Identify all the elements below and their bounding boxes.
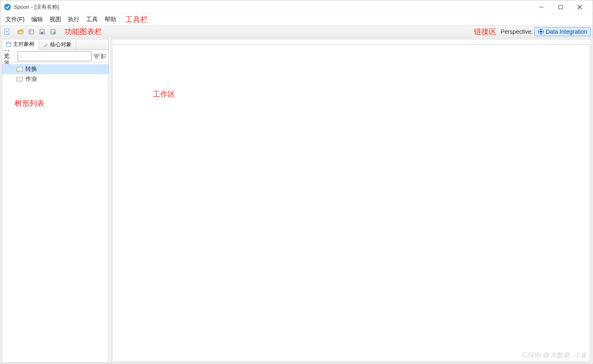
app-icon <box>4 3 11 11</box>
maximize-button[interactable] <box>551 0 570 14</box>
workspace[interactable]: 工作区 CSDN @大数据_小袁 <box>111 39 591 363</box>
menu-run[interactable]: 执行 <box>65 14 83 25</box>
menu-file[interactable]: 文件(F) <box>2 14 28 25</box>
svg-rect-28 <box>101 54 102 55</box>
expand-all-button[interactable] <box>93 52 99 61</box>
window-title: Spoon - [没有名称] <box>14 3 59 11</box>
svg-rect-13 <box>52 30 54 31</box>
menu-view[interactable]: 视图 <box>46 14 65 25</box>
sidebar-tabs: 主对象树 核心对象 <box>2 39 109 50</box>
annotation-menubar: 工具栏 <box>125 15 148 25</box>
tree-item-label: 作业 <box>25 75 37 83</box>
annotation-treelist: 树形列表 <box>15 98 45 108</box>
folder-icon <box>16 76 23 82</box>
app-window: Spoon - [没有名称] 文件(F) 编辑 视图 执行 工具 帮助 工具栏 <box>0 0 593 364</box>
svg-rect-11 <box>41 30 43 31</box>
window-controls <box>532 0 589 14</box>
pencil-icon <box>43 42 48 47</box>
collapse-all-button[interactable] <box>101 52 107 61</box>
explore-button[interactable] <box>26 27 36 37</box>
svg-rect-8 <box>29 30 34 34</box>
annotation-workspace: 工作区 <box>153 89 175 99</box>
sidebar-filter: 浏览器 <box>2 50 109 62</box>
sidebar: 主对象树 核心对象 浏览器 <box>2 39 109 363</box>
watermark: CSDN @大数据_小袁 <box>522 351 587 360</box>
perspective-label: Perspective: <box>501 28 533 35</box>
new-button[interactable] <box>2 27 12 37</box>
svg-rect-22 <box>95 57 97 58</box>
menu-help[interactable]: 帮助 <box>101 14 120 25</box>
svg-point-0 <box>4 4 11 10</box>
perspective-button[interactable]: Data Integration <box>534 27 591 36</box>
annotation-toolbar: 功能图表栏 <box>65 27 102 37</box>
menubar: 文件(F) 编辑 视图 执行 工具 帮助 工具栏 <box>0 14 593 25</box>
tree-item-transformation[interactable]: 转换 <box>2 64 109 74</box>
svg-rect-20 <box>94 54 96 56</box>
svg-rect-29 <box>101 55 102 57</box>
annotation-linkarea: 链接区 <box>474 27 496 37</box>
tree-list: 转换 作业 树形列表 <box>2 62 109 362</box>
filter-input[interactable] <box>17 51 92 61</box>
tab-core-objects-label: 核心对象 <box>50 41 72 48</box>
svg-rect-18 <box>7 42 11 46</box>
perspective-value: Data Integration <box>546 28 587 35</box>
svg-rect-12 <box>41 32 43 34</box>
open-button[interactable] <box>15 27 25 37</box>
tab-main-object-tree[interactable]: 主对象树 <box>2 39 39 50</box>
tab-main-object-tree-label: 主对象树 <box>13 40 35 48</box>
menu-tools[interactable]: 工具 <box>83 14 101 25</box>
folder-icon <box>16 66 23 72</box>
perspective-icon <box>538 29 544 35</box>
svg-rect-2 <box>559 5 563 9</box>
minimize-button[interactable] <box>532 0 551 14</box>
titlebar: Spoon - [没有名称] <box>0 0 593 14</box>
save-button[interactable] <box>37 27 47 37</box>
close-button[interactable] <box>570 0 589 14</box>
tree-item-label: 转换 <box>25 65 37 73</box>
canvas-inner <box>112 44 590 362</box>
tree-tab-icon <box>6 42 11 47</box>
menu-edit[interactable]: 编辑 <box>28 14 46 25</box>
svg-rect-21 <box>97 54 99 56</box>
tab-core-objects[interactable]: 核心对象 <box>39 39 76 50</box>
toolbar: 功能图表栏 链接区 Perspective: Data Integration <box>0 25 593 38</box>
svg-rect-30 <box>101 57 102 58</box>
tree-item-job[interactable]: 作业 <box>2 74 109 84</box>
content-area: 主对象树 核心对象 浏览器 <box>0 38 593 364</box>
save-as-button[interactable] <box>48 27 58 37</box>
